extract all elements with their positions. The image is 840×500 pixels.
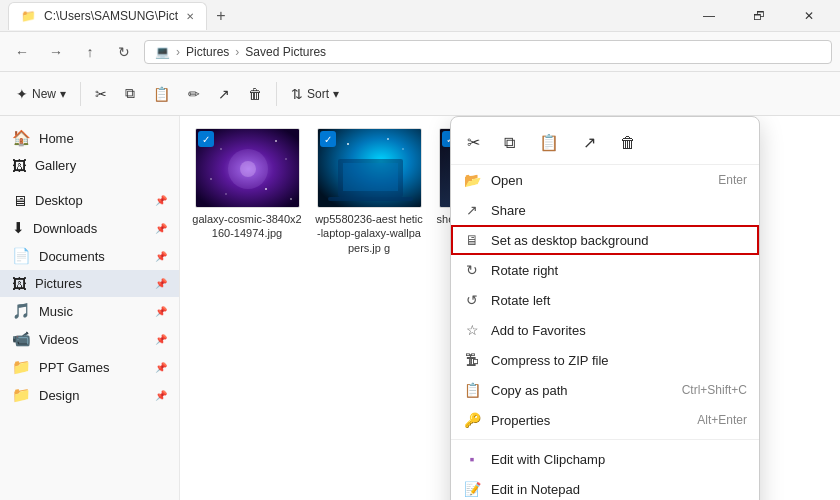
address-path[interactable]: 💻 › Pictures › Saved Pictures [144, 40, 832, 64]
minimize-button[interactable]: — [686, 0, 732, 32]
ctx-add-favorites[interactable]: ☆ Add to Favorites [451, 315, 759, 345]
sidebar-item-design[interactable]: 📁 Design 📌 [0, 381, 179, 409]
svg-point-7 [265, 188, 267, 190]
ctx-share-icon[interactable]: ↗ [579, 129, 600, 156]
delete-button[interactable]: 🗑 [240, 78, 270, 110]
sidebar-item-desktop[interactable]: 🖥 Desktop 📌 [0, 187, 179, 214]
tab-close-button[interactable]: ✕ [186, 11, 194, 22]
ctx-cut-icon[interactable]: ✂ [463, 129, 484, 156]
new-button[interactable]: ✦ New ▾ [8, 78, 74, 110]
sidebar: 🏠 Home 🖼 Gallery 🖥 Desktop 📌 ⬇ Downloads… [0, 116, 180, 500]
sidebar-label-downloads: Downloads [33, 221, 97, 236]
sort-label: Sort [307, 87, 329, 101]
ctx-properties-shortcut: Alt+Enter [697, 413, 747, 427]
sidebar-item-home[interactable]: 🏠 Home [0, 124, 179, 152]
documents-icon: 📄 [12, 247, 31, 265]
title-bar: 📁 C:\Users\SAMSUNG\Pict ✕ + — 🗗 ✕ [0, 0, 840, 32]
ctx-clipboard-icon[interactable]: 📋 [535, 129, 563, 156]
ctx-rotate-right-icon: ↻ [463, 262, 481, 278]
ctx-open-icon: 📂 [463, 172, 481, 188]
delete-icon: 🗑 [248, 86, 262, 102]
maximize-button[interactable]: 🗗 [736, 0, 782, 32]
back-button[interactable]: ← [8, 38, 36, 66]
home-icon: 🏠 [12, 129, 31, 147]
sidebar-item-music[interactable]: 🎵 Music 📌 [0, 297, 179, 325]
sort-button[interactable]: ⇅ Sort ▾ [283, 78, 347, 110]
toolbar-separator [80, 82, 81, 106]
ctx-notepad[interactable]: 📝 Edit in Notepad [451, 474, 759, 500]
pin-icon-documents: 📌 [155, 251, 167, 262]
new-tab-button[interactable]: + [207, 2, 235, 30]
ctx-open[interactable]: 📂 Open Enter [451, 165, 759, 195]
pin-icon-desktop: 📌 [155, 195, 167, 206]
ctx-compress-zip[interactable]: 🗜 Compress to ZIP file [451, 345, 759, 375]
pin-icon-design: 📌 [155, 390, 167, 401]
ctx-share-item-icon: ↗ [463, 202, 481, 218]
videos-icon: 📹 [12, 330, 31, 348]
rename-button[interactable]: ✏ [180, 78, 208, 110]
pin-icon-music: 📌 [155, 306, 167, 317]
sidebar-item-documents[interactable]: 📄 Documents 📌 [0, 242, 179, 270]
ctx-set-desktop[interactable]: 🖥 Set as desktop background 🤚 [451, 225, 759, 255]
context-menu-separator [451, 439, 759, 440]
svg-point-8 [225, 193, 226, 194]
up-button[interactable]: ↑ [76, 38, 104, 66]
ctx-share[interactable]: ↗ Share [451, 195, 759, 225]
ctx-copy-path[interactable]: 📋 Copy as path Ctrl+Shift+C [451, 375, 759, 405]
ctx-share-label: Share [491, 203, 526, 218]
copy-button[interactable]: ⧉ [117, 78, 143, 110]
sidebar-label-music: Music [39, 304, 73, 319]
downloads-icon: ⬇ [12, 219, 25, 237]
ctx-properties-icon: 🔑 [463, 412, 481, 428]
sidebar-label-gallery: Gallery [35, 158, 76, 173]
file-name-1: galaxy-cosmic-3840x2160-14974.jpg [192, 212, 302, 241]
ctx-rotate-right[interactable]: ↻ Rotate right [451, 255, 759, 285]
sidebar-label-videos: Videos [39, 332, 79, 347]
file-card-2[interactable]: ✓ [314, 128, 424, 255]
ctx-rotate-left-icon: ↺ [463, 292, 481, 308]
paste-button[interactable]: 📋 [145, 78, 178, 110]
ctx-favorites-label: Add to Favorites [491, 323, 586, 338]
path-sep2: › [235, 45, 239, 59]
share-button[interactable]: ↗ [210, 78, 238, 110]
ctx-copy-icon[interactable]: ⧉ [500, 130, 519, 156]
sidebar-item-gallery[interactable]: 🖼 Gallery [0, 152, 179, 179]
tab-label: C:\Users\SAMSUNG\Pict [44, 9, 178, 23]
forward-button[interactable]: → [42, 38, 70, 66]
file-card-1[interactable]: ✓ [192, 128, 302, 255]
sidebar-label-documents: Documents [39, 249, 105, 264]
ctx-clipchamp-icon: ▪ [463, 451, 481, 467]
context-menu: ✂ ⧉ 📋 ↗ 🗑 📂 Open Enter ↗ Share 🖥 Set as … [450, 116, 760, 500]
refresh-button[interactable]: ↻ [110, 38, 138, 66]
ctx-clipchamp[interactable]: ▪ Edit with Clipchamp [451, 444, 759, 474]
sidebar-item-downloads[interactable]: ⬇ Downloads 📌 [0, 214, 179, 242]
ctx-delete-icon[interactable]: 🗑 [616, 130, 640, 156]
svg-point-15 [347, 143, 349, 145]
ctx-favorites-icon: ☆ [463, 322, 481, 338]
file-name-2: wp5580236-aest hetic-laptop-galaxy-wallp… [314, 212, 424, 255]
gallery-icon: 🖼 [12, 157, 27, 174]
svg-rect-14 [328, 197, 413, 201]
file-explorer-tab[interactable]: 📁 C:\Users\SAMSUNG\Pict ✕ [8, 2, 207, 30]
svg-rect-13 [343, 163, 398, 191]
tab-icon: 📁 [21, 9, 36, 23]
sidebar-item-pictures[interactable]: 🖼 Pictures 📌 [0, 270, 179, 297]
ctx-desktop-icon: 🖥 [463, 232, 481, 248]
music-icon: 🎵 [12, 302, 31, 320]
sidebar-item-pptgames[interactable]: 📁 PPT Games 📌 [0, 353, 179, 381]
sidebar-item-videos[interactable]: 📹 Videos 📌 [0, 325, 179, 353]
ctx-properties[interactable]: 🔑 Properties Alt+Enter [451, 405, 759, 435]
ctx-rotate-left[interactable]: ↺ Rotate left [451, 285, 759, 315]
sort-dropdown-icon: ▾ [333, 87, 339, 101]
check-2: ✓ [320, 131, 336, 147]
copy-icon: ⧉ [125, 85, 135, 102]
path-pictures: Pictures [186, 45, 229, 59]
cut-button[interactable]: ✂ [87, 78, 115, 110]
svg-point-4 [220, 148, 222, 150]
sidebar-label-desktop: Desktop [35, 193, 83, 208]
sort-icon: ⇅ [291, 86, 303, 102]
window-controls: — 🗗 ✕ [686, 0, 832, 32]
new-icon: ✦ [16, 86, 28, 102]
close-button[interactable]: ✕ [786, 0, 832, 32]
ctx-properties-label: Properties [491, 413, 550, 428]
